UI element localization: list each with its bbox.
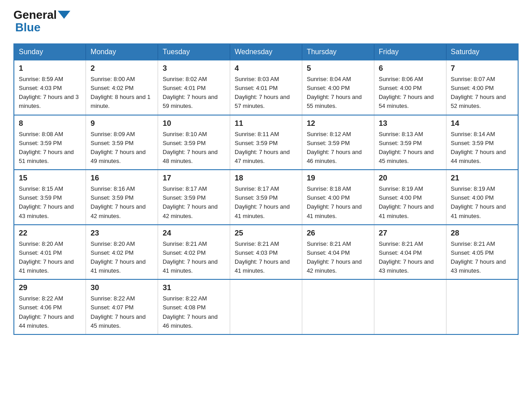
calendar-week-row: 1 Sunrise: 8:59 AM Sunset: 4:03 PM Dayli…: [14, 60, 518, 115]
day-number: 28: [451, 229, 513, 238]
day-number: 2: [90, 64, 153, 73]
day-info: Sunrise: 8:03 AM Sunset: 4:01 PM Dayligh…: [235, 75, 297, 111]
day-number: 18: [235, 174, 297, 183]
day-number: 23: [90, 229, 153, 238]
logo-text-general: General: [13, 9, 57, 21]
day-number: 1: [19, 64, 81, 73]
calendar-day-cell: 3 Sunrise: 8:02 AM Sunset: 4:01 PM Dayli…: [158, 60, 230, 115]
day-number: 17: [163, 174, 225, 183]
calendar-day-cell: 18 Sunrise: 8:17 AM Sunset: 3:59 PM Dayl…: [230, 170, 302, 225]
day-number: 27: [379, 229, 442, 238]
calendar-day-cell: [302, 279, 374, 334]
day-number: 3: [163, 64, 225, 73]
day-info: Sunrise: 8:09 AM Sunset: 3:59 PM Dayligh…: [90, 130, 153, 166]
day-number: 19: [307, 174, 369, 183]
calendar-day-cell: 13 Sunrise: 8:13 AM Sunset: 3:59 PM Dayl…: [374, 115, 446, 170]
day-info: Sunrise: 8:04 AM Sunset: 4:00 PM Dayligh…: [307, 75, 369, 111]
calendar-day-cell: 2 Sunrise: 8:00 AM Sunset: 4:02 PM Dayli…: [86, 60, 158, 115]
day-info: Sunrise: 8:17 AM Sunset: 3:59 PM Dayligh…: [235, 184, 297, 221]
day-number: 13: [379, 119, 442, 128]
day-number: 4: [235, 64, 297, 73]
calendar-day-cell: 25 Sunrise: 8:21 AM Sunset: 4:03 PM Dayl…: [230, 225, 302, 280]
calendar-body: 1 Sunrise: 8:59 AM Sunset: 4:03 PM Dayli…: [14, 60, 518, 334]
calendar-day-cell: 8 Sunrise: 8:08 AM Sunset: 3:59 PM Dayli…: [14, 115, 86, 170]
calendar-day-cell: 1 Sunrise: 8:59 AM Sunset: 4:03 PM Dayli…: [14, 60, 86, 115]
day-number: 6: [379, 64, 442, 73]
day-number: 31: [163, 283, 225, 292]
weekday-header-saturday: Saturday: [446, 44, 518, 60]
weekday-header-tuesday: Tuesday: [158, 44, 230, 60]
weekday-header-wednesday: Wednesday: [230, 44, 302, 60]
calendar-day-cell: 17 Sunrise: 8:17 AM Sunset: 3:59 PM Dayl…: [158, 170, 230, 225]
day-number: 15: [19, 174, 81, 183]
calendar-day-cell: 24 Sunrise: 8:21 AM Sunset: 4:02 PM Dayl…: [158, 225, 230, 280]
calendar-day-cell: 5 Sunrise: 8:04 AM Sunset: 4:00 PM Dayli…: [302, 60, 374, 115]
calendar-day-cell: 4 Sunrise: 8:03 AM Sunset: 4:01 PM Dayli…: [230, 60, 302, 115]
day-info: Sunrise: 8:06 AM Sunset: 4:00 PM Dayligh…: [379, 75, 442, 111]
calendar-day-cell: 6 Sunrise: 8:06 AM Sunset: 4:00 PM Dayli…: [374, 60, 446, 115]
day-number: 16: [90, 174, 153, 183]
calendar-day-cell: [446, 279, 518, 334]
day-number: 26: [307, 229, 369, 238]
weekday-header-thursday: Thursday: [302, 44, 374, 60]
day-info: Sunrise: 8:22 AM Sunset: 4:08 PM Dayligh…: [163, 294, 225, 330]
calendar-day-cell: 21 Sunrise: 8:19 AM Sunset: 4:00 PM Dayl…: [446, 170, 518, 225]
day-number: 12: [307, 119, 369, 128]
day-info: Sunrise: 8:16 AM Sunset: 3:59 PM Dayligh…: [90, 184, 153, 221]
calendar-week-row: 29 Sunrise: 8:22 AM Sunset: 4:06 PM Dayl…: [14, 279, 518, 334]
calendar-day-cell: 22 Sunrise: 8:20 AM Sunset: 4:01 PM Dayl…: [14, 225, 86, 280]
day-number: 30: [90, 283, 153, 292]
day-info: Sunrise: 8:21 AM Sunset: 4:04 PM Dayligh…: [307, 240, 369, 276]
calendar-table: SundayMondayTuesdayWednesdayThursdayFrid…: [13, 43, 519, 335]
day-number: 9: [90, 119, 153, 128]
logo: General Blue: [13, 9, 70, 34]
day-number: 24: [163, 229, 225, 238]
day-info: Sunrise: 8:22 AM Sunset: 4:06 PM Dayligh…: [19, 294, 81, 330]
calendar-day-cell: 27 Sunrise: 8:21 AM Sunset: 4:04 PM Dayl…: [374, 225, 446, 280]
day-info: Sunrise: 8:19 AM Sunset: 4:00 PM Dayligh…: [451, 184, 513, 221]
day-info: Sunrise: 8:10 AM Sunset: 3:59 PM Dayligh…: [163, 130, 225, 166]
day-info: Sunrise: 8:00 AM Sunset: 4:02 PM Dayligh…: [90, 75, 153, 111]
day-number: 21: [451, 174, 513, 183]
calendar-day-cell: 11 Sunrise: 8:11 AM Sunset: 3:59 PM Dayl…: [230, 115, 302, 170]
calendar-day-cell: 31 Sunrise: 8:22 AM Sunset: 4:08 PM Dayl…: [158, 279, 230, 334]
day-number: 14: [451, 119, 513, 128]
calendar-day-cell: 15 Sunrise: 8:15 AM Sunset: 3:59 PM Dayl…: [14, 170, 86, 225]
day-number: 25: [235, 229, 297, 238]
day-number: 22: [19, 229, 81, 238]
calendar-day-cell: 26 Sunrise: 8:21 AM Sunset: 4:04 PM Dayl…: [302, 225, 374, 280]
day-info: Sunrise: 8:02 AM Sunset: 4:01 PM Dayligh…: [163, 75, 225, 111]
day-info: Sunrise: 8:14 AM Sunset: 3:59 PM Dayligh…: [451, 130, 513, 166]
day-info: Sunrise: 8:21 AM Sunset: 4:03 PM Dayligh…: [235, 240, 297, 276]
calendar-day-cell: 16 Sunrise: 8:16 AM Sunset: 3:59 PM Dayl…: [86, 170, 158, 225]
day-number: 29: [19, 283, 81, 292]
calendar-day-cell: 28 Sunrise: 8:21 AM Sunset: 4:05 PM Dayl…: [446, 225, 518, 280]
day-info: Sunrise: 8:13 AM Sunset: 3:59 PM Dayligh…: [379, 130, 442, 166]
weekday-header-monday: Monday: [86, 44, 158, 60]
day-info: Sunrise: 8:22 AM Sunset: 4:07 PM Dayligh…: [90, 294, 153, 330]
day-info: Sunrise: 8:11 AM Sunset: 3:59 PM Dayligh…: [235, 130, 297, 166]
calendar-day-cell: 10 Sunrise: 8:10 AM Sunset: 3:59 PM Dayl…: [158, 115, 230, 170]
calendar-day-cell: 14 Sunrise: 8:14 AM Sunset: 3:59 PM Dayl…: [446, 115, 518, 170]
day-info: Sunrise: 8:12 AM Sunset: 3:59 PM Dayligh…: [307, 130, 369, 166]
day-info: Sunrise: 8:08 AM Sunset: 3:59 PM Dayligh…: [19, 130, 81, 166]
calendar-day-cell: 19 Sunrise: 8:18 AM Sunset: 4:00 PM Dayl…: [302, 170, 374, 225]
day-info: Sunrise: 8:18 AM Sunset: 4:00 PM Dayligh…: [307, 184, 369, 221]
calendar-day-cell: 12 Sunrise: 8:12 AM Sunset: 3:59 PM Dayl…: [302, 115, 374, 170]
calendar-week-row: 8 Sunrise: 8:08 AM Sunset: 3:59 PM Dayli…: [14, 115, 518, 170]
calendar-week-row: 15 Sunrise: 8:15 AM Sunset: 3:59 PM Dayl…: [14, 170, 518, 225]
page-header: General Blue: [13, 9, 519, 34]
day-number: 8: [19, 119, 81, 128]
calendar-day-cell: 9 Sunrise: 8:09 AM Sunset: 3:59 PM Dayli…: [86, 115, 158, 170]
day-info: Sunrise: 8:21 AM Sunset: 4:02 PM Dayligh…: [163, 240, 225, 276]
calendar-day-cell: 20 Sunrise: 8:19 AM Sunset: 4:00 PM Dayl…: [374, 170, 446, 225]
day-info: Sunrise: 8:20 AM Sunset: 4:02 PM Dayligh…: [90, 240, 153, 276]
day-number: 5: [307, 64, 369, 73]
logo-text-blue: Blue: [15, 21, 40, 34]
day-number: 11: [235, 119, 297, 128]
logo-triangle-icon: [58, 11, 70, 19]
day-info: Sunrise: 8:21 AM Sunset: 4:04 PM Dayligh…: [379, 240, 442, 276]
weekday-header-sunday: Sunday: [14, 44, 86, 60]
day-info: Sunrise: 8:21 AM Sunset: 4:05 PM Dayligh…: [451, 240, 513, 276]
calendar-day-cell: [374, 279, 446, 334]
